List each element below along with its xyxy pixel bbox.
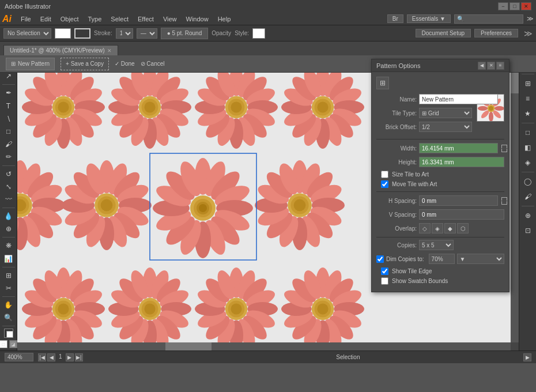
panel-menu-button[interactable]: ≡ [496, 62, 504, 70]
show-tile-edge-checkbox[interactable] [381, 267, 388, 275]
panel-close-button[interactable]: ✕ [487, 62, 495, 70]
divider-2 [376, 191, 504, 192]
new-pattern-button[interactable]: ⊞ New Pattern [6, 58, 55, 70]
panel-collapse-button[interactable]: ◀ [478, 62, 486, 70]
cancel-button[interactable]: ⊘ Cancel [141, 61, 165, 67]
layers-panel-button[interactable]: ⊕ [521, 209, 535, 223]
graph-tool-button[interactable]: 📊 [2, 252, 16, 264]
artboard-tool-button[interactable]: ⊞ [2, 270, 16, 281]
first-page-button[interactable]: |◀ [38, 353, 46, 361]
vertical-scrollbar[interactable] [511, 55, 519, 342]
eyedropper-tool-button[interactable]: 💧 [2, 210, 16, 222]
pencil-tool-button[interactable]: ✏ [2, 151, 16, 163]
pathfinder-panel-button[interactable]: ★ [521, 107, 535, 120]
normal-mode-icon[interactable]: □ [0, 340, 7, 348]
minimize-button[interactable]: − [498, 2, 508, 10]
pattern-name-input[interactable] [419, 94, 498, 104]
close-button[interactable]: ✕ [521, 2, 531, 10]
brush-round-button[interactable]: ● 5 pt. Round [161, 28, 209, 39]
screen-mode-icon[interactable]: ◪ [9, 340, 17, 348]
hand-tool-button[interactable]: ✋ [2, 299, 16, 311]
menu-help[interactable]: Help [213, 14, 236, 24]
horizontal-scrollbar[interactable] [17, 342, 511, 350]
overlap-tl-button[interactable]: ◇ [419, 223, 431, 233]
overlap-tr-button[interactable]: ◈ [432, 223, 443, 233]
copies-select[interactable]: 5 x 5 3 x 3 7 x 7 [419, 240, 454, 250]
window-controls[interactable]: − □ ✕ [498, 2, 531, 10]
prev-page-button[interactable]: ◀ [47, 353, 55, 361]
document-tab[interactable]: Untitled-1* @ 400% (CMYK/Preview) ✕ [3, 45, 118, 55]
menu-view[interactable]: View [158, 14, 182, 24]
document-setup-button[interactable]: Document Setup [416, 29, 471, 37]
rotate-tool-button[interactable]: ↺ [2, 168, 16, 179]
gradient-panel-button[interactable]: ◧ [521, 141, 535, 154]
cancel-label: ⊘ Cancel [141, 61, 165, 67]
menu-bar: Ai File Edit Object Type Select Effect V… [0, 13, 536, 25]
left-toolbar: ↖ ↗ ✒ T ∖ □ 🖌 ✏ ↺ ⤡ 〰 💧 ⊕ ❋ 📊 ⊞ ✂ ✋ 🔍 □ [0, 55, 17, 350]
move-tile-checkbox[interactable] [381, 180, 388, 188]
slice-tool-button[interactable]: ✂ [2, 282, 16, 294]
show-swatch-bounds-checkbox[interactable] [381, 277, 388, 285]
stroke-type-select[interactable]: — [137, 28, 157, 39]
next-page-button[interactable]: ▶ [66, 353, 74, 361]
menu-file[interactable]: File [16, 14, 36, 24]
done-button[interactable]: ✓ Done [115, 61, 135, 67]
fit-icon-button[interactable]: ⊞ [376, 77, 389, 89]
brush-panel-button[interactable]: 🖌 [521, 190, 535, 203]
scale-tool-button[interactable]: ⤡ [2, 181, 16, 193]
dim-value-input[interactable] [429, 254, 455, 264]
bridge-button[interactable]: Br [387, 14, 403, 23]
stroke-color-box[interactable] [74, 28, 90, 39]
symbol-panel-button[interactable]: ◯ [521, 175, 535, 189]
zoom-tool-button[interactable]: 🔍 [2, 312, 16, 323]
type-tool-button[interactable]: T [2, 100, 16, 112]
menu-effect[interactable]: Effect [133, 14, 158, 24]
style-box[interactable] [252, 28, 265, 39]
h-spacing-input[interactable] [419, 195, 498, 206]
dim-copies-checkbox[interactable] [376, 255, 384, 263]
dim-type-select[interactable]: ▼ [457, 254, 504, 264]
blend-tool-button[interactable]: ⊕ [2, 223, 16, 235]
menu-select[interactable]: Select [106, 14, 133, 24]
brick-offset-row: Brick Offset: 1/2 [376, 122, 472, 132]
line-tool-button[interactable]: ∖ [2, 113, 16, 125]
save-copy-button[interactable]: + Save a Copy [61, 58, 109, 70]
toolbar-separator-2 [2, 165, 15, 166]
workspace-button[interactable]: Essentials ▼ [407, 14, 451, 23]
size-tile-checkbox[interactable] [381, 171, 388, 178]
v-spacing-input[interactable] [419, 209, 504, 220]
fill-swatch[interactable] [4, 329, 13, 338]
pen-tool-button[interactable]: ✒ [2, 87, 16, 99]
zoom-input[interactable] [5, 353, 33, 361]
align-panel-button[interactable]: ≡ [521, 92, 535, 105]
overlap-br-button[interactable]: ⬡ [457, 223, 469, 233]
menu-type[interactable]: Type [84, 14, 107, 24]
horizontal-scroll-handle[interactable] [165, 342, 212, 350]
menu-edit[interactable]: Edit [36, 14, 56, 24]
transform-panel-button[interactable]: ⊞ [521, 77, 535, 91]
symbol-tool-button[interactable]: ❋ [2, 240, 16, 251]
maximize-button[interactable]: □ [509, 2, 520, 10]
warp-tool-button[interactable]: 〰 [2, 194, 16, 205]
right-separator-1 [522, 74, 534, 74]
stroke-panel-button[interactable]: □ [521, 126, 535, 140]
last-page-button[interactable]: ▶| [75, 353, 83, 361]
brick-offset-select[interactable]: 1/2 [419, 122, 472, 132]
overlap-bl-button[interactable]: ◆ [444, 223, 456, 233]
fill-color-box[interactable] [55, 28, 71, 39]
stroke-size-select[interactable]: 1 [116, 28, 133, 39]
shape-tool-button[interactable]: □ [2, 126, 16, 137]
tile-type-select[interactable]: ⊞ Grid [419, 108, 472, 118]
menu-object[interactable]: Object [56, 14, 84, 24]
search-input[interactable] [454, 14, 523, 24]
menu-window[interactable]: Window [182, 14, 213, 24]
paintbrush-tool-button[interactable]: 🖌 [2, 138, 16, 150]
tab-close-icon[interactable]: ✕ [107, 48, 112, 54]
preferences-button[interactable]: Preferences [474, 29, 518, 37]
selection-dropdown[interactable]: No Selection [3, 28, 51, 39]
artboard-panel-button[interactable]: ⊡ [521, 224, 535, 238]
height-input[interactable] [419, 157, 504, 167]
status-arrow-button[interactable]: ▶ [523, 353, 531, 361]
width-input[interactable] [419, 143, 498, 153]
appearance-panel-button[interactable]: ◈ [521, 156, 535, 169]
